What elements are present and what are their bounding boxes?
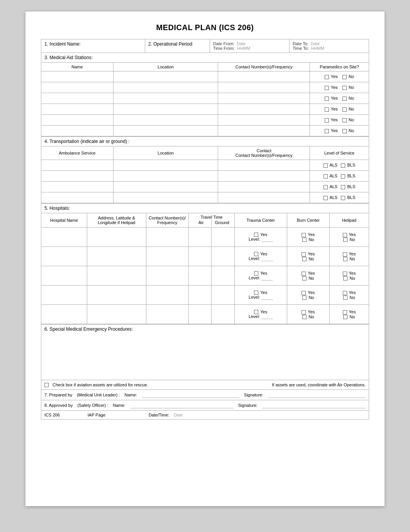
no-checkbox[interactable] xyxy=(342,107,347,112)
approved-name-field[interactable] xyxy=(130,402,234,408)
hospital-ground-cell xyxy=(212,228,234,247)
name-cell xyxy=(41,126,114,136)
yes-checkbox[interactable] xyxy=(325,107,329,112)
als-checkbox[interactable] xyxy=(324,163,328,168)
helipad-yes-checkbox[interactable] xyxy=(343,252,347,257)
hospital-helipad-cell: Yes No xyxy=(330,266,369,286)
burn-no-checkbox[interactable] xyxy=(302,276,307,280)
prepared-sig-field[interactable] xyxy=(268,392,366,398)
hospital-trauma-cell: Yes Level: xyxy=(234,247,287,266)
operational-period-cell: 2. Operational Period: xyxy=(145,39,210,53)
als-checkbox[interactable] xyxy=(324,196,328,200)
yes-checkbox[interactable] xyxy=(325,97,329,101)
contact-cell xyxy=(218,160,310,171)
location-cell xyxy=(113,82,218,93)
time-to-label: Time To: xyxy=(293,46,309,51)
prepared-by-role: (Medical Unit Leader) : xyxy=(77,393,120,397)
helipad-no-checkbox[interactable] xyxy=(343,296,347,300)
table-row: Yes No xyxy=(41,93,369,104)
hospital-contact-cell xyxy=(146,228,188,247)
trauma-yes-checkbox[interactable] xyxy=(254,271,258,275)
hospital-row: Yes Level: Yes No Yes No xyxy=(41,247,369,266)
yes-checkbox[interactable] xyxy=(325,118,329,122)
table-row: Yes No xyxy=(41,115,369,126)
als-checkbox[interactable] xyxy=(324,185,328,189)
hospitals-table: Hospital Name Address, Latitude & Longit… xyxy=(41,213,369,324)
paramedics-cell: Yes No xyxy=(310,115,369,126)
col-travel-time: Travel Time Air Ground xyxy=(189,213,235,228)
burn-no-checkbox[interactable] xyxy=(302,257,307,261)
bls-checkbox[interactable] xyxy=(341,163,345,168)
hospital-name-cell xyxy=(41,247,87,266)
burn-yes-checkbox[interactable] xyxy=(302,272,306,276)
col-trauma: Trauma Center xyxy=(234,213,287,228)
date-to-label: Date To: xyxy=(293,41,308,46)
rescue-text: Check box if aviation assets are utilize… xyxy=(53,382,148,387)
location-cell xyxy=(113,93,218,104)
helipad-no-checkbox[interactable] xyxy=(343,238,347,242)
no-checkbox[interactable] xyxy=(342,75,347,79)
approved-name-label: Name: xyxy=(113,403,125,408)
burn-no-checkbox[interactable] xyxy=(302,238,307,242)
table-row: ALS BLS xyxy=(41,160,369,171)
trauma-yes-checkbox[interactable] xyxy=(254,233,258,237)
date-from-value: Date xyxy=(237,41,246,46)
level-cell: ALS BLS xyxy=(310,171,369,182)
table-row: Yes No xyxy=(41,126,369,136)
burn-yes-checkbox[interactable] xyxy=(302,310,306,314)
contact-cell xyxy=(218,104,310,115)
helipad-yes-checkbox[interactable] xyxy=(343,291,347,295)
time-to-value: HHMM xyxy=(311,46,324,51)
col-contact: Contact Number(s)/Frequency xyxy=(218,63,310,71)
helipad-yes-checkbox[interactable] xyxy=(343,310,347,314)
hospital-air-cell xyxy=(189,228,212,247)
hospital-burn-cell: Yes No xyxy=(287,266,329,286)
col-level: Level of Service xyxy=(310,146,369,160)
burn-no-checkbox[interactable] xyxy=(302,315,307,319)
col-ground: Ground xyxy=(212,219,232,226)
helipad-no-checkbox[interactable] xyxy=(343,257,347,261)
prepared-by-label: 7. Prepared by xyxy=(44,393,72,397)
yes-checkbox[interactable] xyxy=(325,86,329,90)
hospital-ground-cell xyxy=(212,247,234,266)
burn-yes-checkbox[interactable] xyxy=(302,291,306,295)
burn-yes-checkbox[interactable] xyxy=(302,233,306,237)
section6-header: 6. Special Medical Emergency Procedures: xyxy=(41,324,369,334)
prepared-name-field[interactable] xyxy=(142,392,239,398)
trauma-yes-checkbox[interactable] xyxy=(254,310,258,314)
helipad-no-checkbox[interactable] xyxy=(343,315,347,319)
helipad-yes-checkbox[interactable] xyxy=(343,233,347,237)
hospital-trauma-cell: Yes Level: xyxy=(234,266,287,286)
trauma-yes-checkbox[interactable] xyxy=(254,252,258,256)
level-cell: ALS BLS xyxy=(310,182,369,192)
bls-checkbox[interactable] xyxy=(341,196,345,200)
approved-sig-field[interactable] xyxy=(262,402,366,408)
datetime-value: Date xyxy=(174,413,183,417)
page: MEDICAL PLAN (ICS 206) 1. Incident Name:… xyxy=(25,12,385,506)
hospital-row: Yes Level: Yes No Yes No xyxy=(41,266,369,286)
incident-name-cell: 1. Incident Name: xyxy=(41,39,145,53)
operational-period-label: 2. Operational Period: xyxy=(148,41,193,47)
no-checkbox[interactable] xyxy=(342,129,347,133)
col-burn: Burn Center xyxy=(287,213,329,228)
bls-checkbox[interactable] xyxy=(341,185,345,189)
hospital-ground-cell xyxy=(212,286,234,305)
date-to-cell: Date To: Date Time To: HHMM xyxy=(290,39,369,53)
als-checkbox[interactable] xyxy=(324,174,328,178)
no-checkbox[interactable] xyxy=(342,97,347,101)
helipad-no-checkbox[interactable] xyxy=(343,276,347,280)
burn-no-checkbox[interactable] xyxy=(302,296,307,300)
helipad-yes-checkbox[interactable] xyxy=(343,272,347,276)
trauma-yes-checkbox[interactable] xyxy=(254,291,258,295)
no-label: No xyxy=(349,74,354,79)
no-checkbox[interactable] xyxy=(342,86,347,90)
yes-checkbox[interactable] xyxy=(325,129,329,133)
yes-checkbox[interactable] xyxy=(325,75,329,79)
burn-yes-checkbox[interactable] xyxy=(302,252,306,257)
aviation-checkbox[interactable] xyxy=(44,383,49,387)
no-checkbox[interactable] xyxy=(342,118,347,122)
bls-checkbox[interactable] xyxy=(341,174,345,178)
section3-header: 3. Medical Aid Stations: xyxy=(41,53,369,62)
col-paramedics: Paramedics on Site? xyxy=(310,63,369,71)
table-row: Yes No xyxy=(41,71,369,82)
